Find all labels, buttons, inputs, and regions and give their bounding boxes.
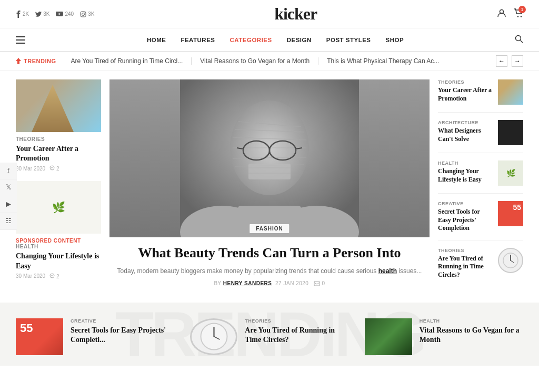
sidebar-2-title[interactable]: What Designers Can't Solve: [438, 127, 494, 143]
bottom-3-category: HEALTH: [420, 318, 523, 324]
featured-category-badge: FASHION: [249, 224, 289, 233]
bottom-2-title[interactable]: Are You Tired of Running in Time Circles…: [245, 326, 348, 345]
article-1-title[interactable]: Your Career After a Promotion: [16, 144, 101, 163]
sidebar-1-image: [498, 79, 523, 105]
social-youtube[interactable]: ▶: [0, 196, 17, 213]
sidebar-article-2-text: ARCHITECTURE What Designers Can't Solve: [438, 120, 494, 143]
featured-health-link[interactable]: health: [378, 267, 397, 275]
svg-rect-27: [248, 164, 291, 179]
nav-categories[interactable]: CATEGORIES: [223, 37, 280, 43]
svg-point-1: [82, 13, 85, 15]
sidebar-article-3: HEALTH Changing Your Lifestyle is Easy 🌿: [438, 160, 523, 194]
user-icon[interactable]: [497, 8, 506, 20]
bottom-article-2-image: [190, 318, 237, 355]
sidebar-5-title[interactable]: Are You Tired of Running in Time Circles…: [438, 255, 494, 279]
svg-marker-8: [16, 58, 21, 64]
left-social-sidebar: f 𝕏 ▶ ☷: [0, 163, 17, 230]
svg-point-9: [50, 166, 54, 170]
sidebar-4-category: CREATIVE: [438, 201, 494, 206]
sidebar-3-image: 🌿: [498, 160, 523, 186]
social-links: 2K 3K 240 3K: [16, 11, 94, 18]
top-bar: 2K 3K 240 3K kicker 1: [0, 0, 539, 28]
trending-item-3[interactable]: This is What Physical Therapy Can Ac...: [318, 57, 447, 65]
trending-next[interactable]: →: [512, 55, 523, 67]
trending-label: TRENDING: [16, 58, 56, 64]
bottom-article-3: HEALTH Vital Reasons to Go Vegan for a M…: [365, 318, 523, 355]
nav-post-styles[interactable]: POST STYLES: [319, 37, 378, 43]
featured-author-link[interactable]: HENRY SANDERS: [223, 280, 272, 286]
article-2-category: SPONSORED CONTENT HEALTH: [16, 238, 101, 249]
social-twitter[interactable]: 𝕏: [0, 179, 17, 196]
trending-item-2[interactable]: Vital Reasons to Go Vegan for a Month: [192, 57, 318, 65]
yt-link[interactable]: 240: [56, 11, 74, 17]
right-column: THEORIES Your Career After a Promotion A…: [438, 79, 523, 294]
bottom-section: TRENDING CREATIVE Secret Tools for Easy …: [0, 303, 539, 366]
bottom-3-title[interactable]: Vital Reasons to Go Vegan for a Month: [420, 326, 523, 345]
bottom-2-category: THEORIES: [245, 318, 348, 324]
tw-count: 3K: [43, 11, 49, 17]
nav-features[interactable]: FEATURES: [173, 37, 222, 43]
nav-links: HOME FEATURES CATEGORIES DESIGN POST STY…: [36, 37, 515, 43]
trending-bar: TRENDING Are You Tired of Running in Tim…: [0, 52, 539, 71]
svg-point-2: [85, 12, 85, 13]
bottom-article-1: CREATIVE Secret Tools for Easy Projects'…: [16, 318, 174, 355]
nav-shop[interactable]: SHOP: [378, 37, 412, 43]
sidebar-4-title[interactable]: Secret Tools for Easy Projects' Completi…: [438, 208, 494, 233]
cart-button[interactable]: 1: [514, 8, 523, 20]
top-actions: 1: [497, 8, 523, 20]
ig-link[interactable]: 3K: [80, 11, 94, 17]
sidebar-4-image: [498, 201, 523, 226]
center-column: FASHION What Beauty Trends Can Turn a Pe…: [109, 79, 430, 294]
sidebar-5-category: THEORIES: [438, 248, 494, 253]
trending-item-1[interactable]: Are You Tired of Running in Time Circl..…: [62, 57, 192, 65]
article-1-image: [16, 79, 101, 132]
article-1-category: THEORIES: [16, 136, 101, 142]
bottom-1-category: CREATIVE: [71, 318, 174, 324]
featured-excerpt: Today, modern beauty bloggers make money…: [109, 266, 430, 276]
trending-items: Are You Tired of Running in Time Circl..…: [62, 57, 490, 65]
svg-rect-0: [81, 12, 86, 17]
sidebar-5-image: [498, 248, 523, 273]
cart-badge: 1: [518, 6, 526, 13]
bottom-article-2: THEORIES Are You Tired of Running in Tim…: [190, 318, 348, 355]
sidebar-2-image: [498, 120, 523, 145]
fb-link[interactable]: 2K: [16, 11, 29, 18]
main-content: THEORIES Your Career After a Promotion 3…: [0, 71, 539, 303]
sidebar-article-1: THEORIES Your Career After a Promotion: [438, 79, 523, 113]
featured-image: FASHION: [109, 79, 430, 237]
social-facebook[interactable]: f: [0, 163, 17, 179]
svg-point-25: [243, 141, 270, 160]
nav-search[interactable]: [515, 35, 523, 45]
sidebar-article-5-text: THEORIES Are You Tired of Running in Tim…: [438, 248, 494, 279]
featured-byline: By HENRY SANDERS 27 Jan 2020 0: [109, 280, 430, 286]
bottom-article-3-info: HEALTH Vital Reasons to Go Vegan for a M…: [420, 318, 523, 345]
bottom-articles: CREATIVE Secret Tools for Easy Projects'…: [16, 318, 523, 355]
bottom-1-title[interactable]: Secret Tools for Easy Projects' Completi…: [71, 326, 174, 345]
fb-count: 2K: [23, 11, 29, 17]
featured-title[interactable]: What Beauty Trends Can Turn a Person Int…: [109, 245, 430, 262]
article-2-title[interactable]: Changing Your Lifestyle is Easy: [16, 252, 101, 270]
article-1-meta: 30 Mar 2020 2: [16, 165, 101, 172]
sidebar-1-title[interactable]: Your Career After a Promotion: [438, 86, 494, 103]
hamburger-menu[interactable]: [16, 36, 25, 44]
nav-home[interactable]: HOME: [139, 37, 174, 43]
tw-link[interactable]: 3K: [35, 11, 49, 17]
svg-line-7: [521, 40, 523, 43]
svg-point-10: [50, 274, 54, 278]
article-2-meta: 30 Mar 2020 2: [16, 273, 101, 279]
nav-bar: HOME FEATURES CATEGORIES DESIGN POST STY…: [0, 28, 539, 52]
trending-nav: ← →: [496, 55, 523, 67]
bottom-article-3-image: [365, 318, 412, 355]
sidebar-1-category: THEORIES: [438, 79, 494, 85]
trending-prev[interactable]: ←: [496, 55, 507, 67]
sidebar-article-4: CREATIVE Secret Tools for Easy Projects'…: [438, 201, 523, 240]
social-instagram[interactable]: ☷: [0, 213, 17, 230]
sidebar-article-5: THEORIES Are You Tired of Running in Tim…: [438, 248, 523, 287]
bottom-article-1-info: CREATIVE Secret Tools for Easy Projects'…: [71, 318, 174, 345]
nav-design[interactable]: DESIGN: [280, 37, 319, 43]
sidebar-article-4-text: CREATIVE Secret Tools for Easy Projects'…: [438, 201, 494, 233]
yt-count: 240: [65, 11, 74, 17]
svg-point-26: [270, 141, 296, 160]
sidebar-3-title[interactable]: Changing Your Lifestyle is Easy: [438, 167, 494, 184]
ig-count: 3K: [88, 11, 94, 17]
